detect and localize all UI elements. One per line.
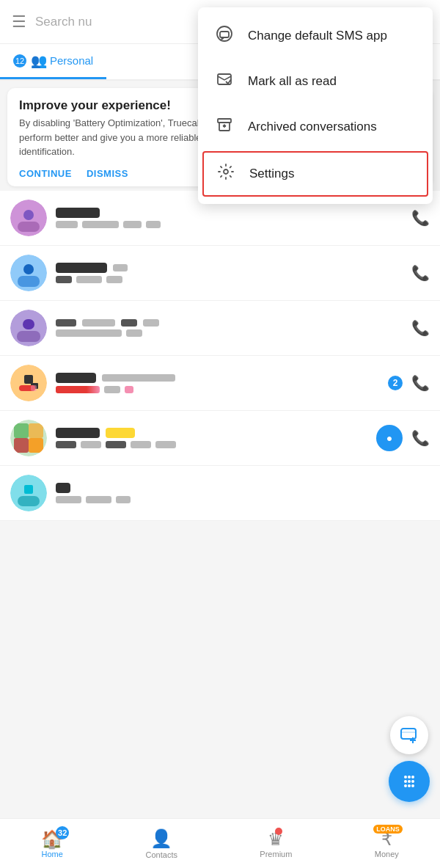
dropdown-item-archived[interactable]: Archived conversations [198,104,433,150]
dropdown-overlay[interactable]: Change default SMS app Mark all as read [0,0,440,868]
mark-read-label: Mark all as read [248,74,337,89]
svg-point-35 [217,26,232,41]
mark-read-icon [214,70,235,92]
archive-icon [214,116,235,138]
change-sms-label: Change default SMS app [248,29,387,43]
sms-icon [214,25,235,47]
dropdown-item-settings[interactable]: Settings [202,151,428,197]
settings-icon [216,163,236,185]
archived-label: Archived conversations [248,120,377,134]
dropdown-menu: Change default SMS app Mark all as read [198,7,433,204]
svg-point-41 [224,169,228,174]
dropdown-item-change-sms[interactable]: Change default SMS app [198,13,433,59]
settings-label: Settings [249,167,294,181]
dropdown-item-mark-read[interactable]: Mark all as read [198,59,433,104]
svg-rect-36 [220,32,229,37]
